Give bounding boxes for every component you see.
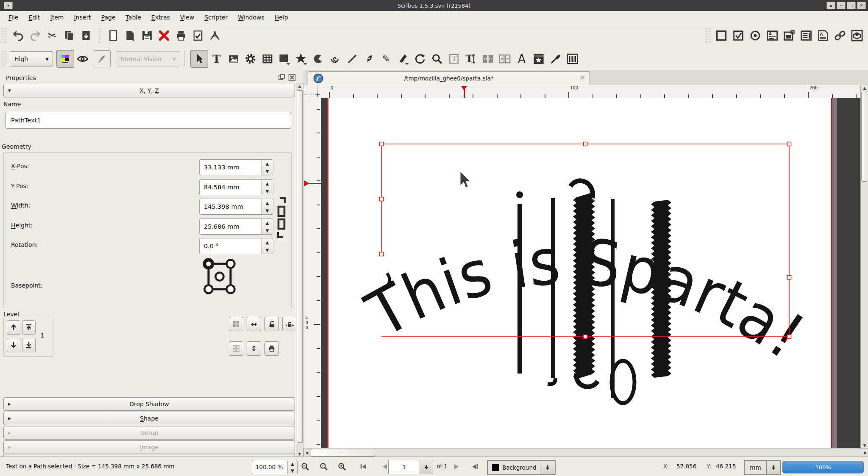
menu-insert[interactable]: Insert	[69, 12, 96, 22]
scroll-down-icon[interactable]: ▼	[296, 452, 303, 456]
rotate-item-icon[interactable]	[412, 50, 428, 67]
ypos-spinbox[interactable]: 84.584 mm▲▼	[199, 179, 273, 195]
export-pdf-icon[interactable]	[206, 27, 223, 44]
unlink-text-frames-icon[interactable]	[496, 50, 513, 67]
measurements-icon[interactable]	[513, 50, 530, 67]
lock-item-button[interactable]	[264, 317, 279, 331]
shade-icon[interactable]: ▲	[826, 2, 835, 9]
close-panel-icon[interactable]	[288, 74, 296, 81]
aspect-ratio-link-icon[interactable]	[275, 192, 288, 243]
last-page-icon[interactable]	[469, 461, 481, 473]
copy-item-properties-icon[interactable]	[530, 50, 547, 67]
section-shape[interactable]: ▶ Shape	[3, 412, 295, 425]
scrollbar-thumb[interactable]	[297, 90, 303, 443]
height-spinbox[interactable]: 25.686 mm▲▼	[199, 219, 273, 235]
pdf-radio-button-icon[interactable]	[747, 27, 764, 44]
window-menu-icon[interactable]: ▾	[4, 2, 13, 9]
selection-handle[interactable]	[787, 142, 791, 146]
page-number-box[interactable]: 1	[388, 460, 433, 474]
menu-scripter[interactable]: Scripter	[199, 12, 233, 22]
menu-help[interactable]: Help	[270, 12, 293, 22]
link-text-frames-icon[interactable]	[479, 50, 496, 67]
story-editor-icon[interactable]: T	[462, 50, 479, 67]
scroll-up-icon[interactable]: ▲	[296, 84, 303, 89]
scrollbar-thumb[interactable]	[861, 92, 867, 182]
insert-shape-icon[interactable]	[276, 50, 293, 67]
undo-icon[interactable]	[10, 27, 27, 44]
pdf-checkbox-icon[interactable]	[730, 27, 747, 44]
name-input[interactable]: PathText1	[6, 112, 291, 129]
pdf-text-annotation-icon[interactable]: A	[815, 27, 832, 44]
menu-table[interactable]: Table	[121, 12, 146, 22]
flip-horizontal-button[interactable]: ↔	[247, 317, 261, 331]
print-document-icon[interactable]	[172, 27, 189, 44]
raise-level-button[interactable]	[7, 320, 20, 335]
paste-icon[interactable]	[78, 27, 95, 44]
toolbar-grip[interactable]	[3, 51, 6, 66]
insert-line-icon[interactable]	[344, 50, 361, 67]
insert-spiral-icon[interactable]	[327, 50, 344, 67]
raise-to-top-button[interactable]	[22, 320, 36, 335]
unit-selector[interactable]: mm	[744, 460, 781, 475]
insert-barcode-icon[interactable]	[564, 50, 581, 67]
menu-extras[interactable]: Extras	[146, 12, 175, 22]
zoom-in-icon[interactable]	[336, 461, 348, 473]
pdf-list-box-icon[interactable]	[798, 27, 815, 44]
selection-handle[interactable]	[380, 142, 384, 146]
toggle-print-button[interactable]	[264, 341, 279, 356]
lower-to-bottom-button[interactable]	[22, 338, 36, 352]
float-panel-icon[interactable]	[278, 74, 286, 81]
close-document-icon[interactable]	[156, 27, 172, 44]
ruler-origin[interactable]	[303, 85, 321, 99]
preview-quality-dropdown[interactable]: High▼	[10, 51, 53, 66]
preview-mode-icon[interactable]	[74, 50, 91, 67]
layer-selector[interactable]: Background	[487, 460, 556, 475]
save-document-icon[interactable]	[139, 27, 156, 44]
edit-contents-icon[interactable]: T	[445, 50, 462, 67]
page-dropdown-icon[interactable]	[420, 460, 433, 474]
lock-size-button[interactable]	[282, 317, 297, 331]
unit-dropdown-icon[interactable]	[766, 461, 780, 474]
zoom-default-icon[interactable]	[318, 461, 330, 473]
select-item-icon[interactable]	[190, 50, 208, 68]
vertical-scrollbar[interactable]: ▲ ▼	[860, 85, 868, 449]
insert-render-frame-icon[interactable]	[242, 50, 259, 67]
scroll-down-icon[interactable]: ▼	[861, 443, 868, 448]
selection-handle[interactable]	[380, 252, 384, 256]
selection-handle[interactable]	[584, 142, 587, 146]
section-drop-shadow[interactable]: ▶ Drop Shadow	[3, 397, 295, 411]
menu-windows[interactable]: Windows	[233, 12, 270, 22]
menu-item[interactable]: Item	[45, 12, 69, 22]
horizontal-scrollbar[interactable]: ◀ ▶	[303, 448, 868, 457]
maximize-icon[interactable]: ▢	[847, 2, 856, 9]
close-tab-icon[interactable]: ✕	[580, 74, 585, 82]
minimize-icon[interactable]: ─	[837, 2, 846, 9]
menu-page[interactable]: Page	[96, 12, 121, 22]
preflight-verifier-icon[interactable]	[189, 27, 206, 44]
insert-freehand-icon[interactable]: ✎	[378, 50, 395, 67]
rotation-spinbox[interactable]: 0.0 °▲▼	[199, 238, 273, 254]
new-document-icon[interactable]	[105, 27, 122, 44]
pdf-combo-box-icon[interactable]	[781, 27, 798, 44]
copy-icon[interactable]	[61, 27, 78, 44]
lower-level-button[interactable]	[7, 338, 20, 352]
insert-arc-icon[interactable]	[310, 50, 327, 67]
pdf-push-button-icon[interactable]	[713, 27, 730, 44]
first-page-icon[interactable]	[358, 461, 370, 473]
scroll-left-icon[interactable]: ◀	[305, 451, 309, 455]
insert-image-frame-icon[interactable]	[225, 50, 242, 67]
zoom-tool-icon[interactable]	[428, 50, 445, 67]
pdf-text-field-icon[interactable]: A	[764, 27, 781, 44]
selection-handle[interactable]	[787, 276, 791, 280]
xpos-spinbox[interactable]: 33.133 mm▲▼	[199, 159, 273, 175]
width-spinbox[interactable]: 145.398 mm▲▼	[199, 199, 273, 215]
selection-handle[interactable]	[787, 335, 791, 339]
eye-dropper-icon[interactable]	[547, 50, 564, 67]
canvas[interactable]: This is Sparta!	[321, 98, 860, 448]
properties-scrollbar[interactable]: ▲ ▼	[296, 83, 303, 457]
menu-view[interactable]: View	[175, 12, 199, 22]
zoom-out-icon[interactable]	[299, 461, 311, 473]
document-tab[interactable]: /tmp/mozilla_ghee0/sparta.sla* ✕	[308, 71, 590, 85]
menu-edit[interactable]: Edit	[23, 12, 45, 22]
vertical-ruler[interactable]: 100	[303, 98, 321, 448]
